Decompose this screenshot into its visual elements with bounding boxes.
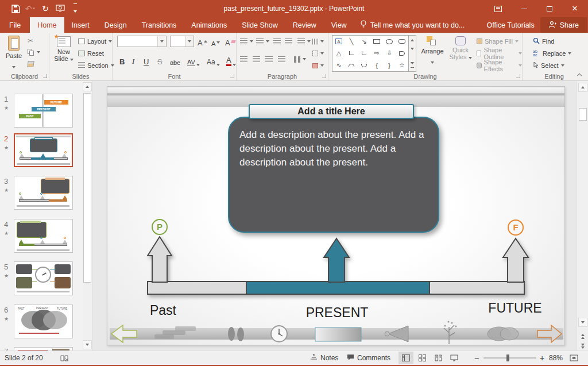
numbering-button[interactable] xyxy=(256,36,269,47)
tab-view[interactable]: View xyxy=(324,17,354,33)
cut-button[interactable]: ✂ xyxy=(28,36,33,46)
slide-thumbnail-1[interactable]: FUTURE PRESENT PAST xyxy=(14,94,73,128)
slide-canvas[interactable]: Add a title Here Add a description about… xyxy=(107,86,565,345)
scroll-up-icon[interactable] xyxy=(578,83,587,92)
clipboard-dialog-launcher[interactable] xyxy=(43,74,47,78)
layout-button[interactable]: Layout xyxy=(78,36,112,47)
textbox-shape-icon: A xyxy=(335,38,342,44)
change-case-button[interactable]: Aa xyxy=(207,53,220,66)
font-color-button[interactable]: A xyxy=(226,53,236,66)
align-text-button[interactable] xyxy=(312,48,324,59)
tab-design[interactable]: Design xyxy=(97,17,134,33)
close-icon[interactable]: × xyxy=(565,0,585,17)
zoom-level[interactable]: 88% xyxy=(549,351,563,365)
find-button[interactable]: Find xyxy=(533,36,554,47)
smartart-button[interactable] xyxy=(312,60,324,71)
slide-thumbnail-5[interactable] xyxy=(14,261,73,295)
tab-transitions[interactable]: Transitions xyxy=(134,17,184,33)
zoom-in-button[interactable]: + xyxy=(540,351,544,365)
new-slide-button[interactable]: ★ New Slide xyxy=(52,34,76,77)
reading-view-icon[interactable] xyxy=(431,352,446,364)
columns-button[interactable] xyxy=(294,54,306,64)
align-center-icon[interactable] xyxy=(253,54,260,64)
justify-icon[interactable] xyxy=(278,54,285,64)
align-right-icon[interactable] xyxy=(265,54,273,64)
zoom-slider[interactable] xyxy=(483,357,536,359)
align-left-icon[interactable] xyxy=(240,54,247,64)
tab-home[interactable]: Home xyxy=(30,17,64,33)
font-size-combo[interactable] xyxy=(170,36,194,47)
share-button[interactable]: Share xyxy=(540,17,587,33)
notes-button[interactable]: Notes xyxy=(310,351,338,365)
bold-button[interactable]: B xyxy=(119,53,125,66)
shapes-gallery[interactable]: A ╲ ↘ △ ⇨ ⇩ ∿ { } ☆ xyxy=(332,35,409,72)
spell-check-icon[interactable] xyxy=(60,351,69,365)
reset-button[interactable]: Reset xyxy=(78,48,104,59)
maximize-icon[interactable] xyxy=(540,0,559,17)
ribbon-display-options-icon[interactable] xyxy=(488,0,508,17)
office-tutorials[interactable]: Office Tutorials xyxy=(481,17,540,33)
shape-outline-button[interactable]: Shape Outline xyxy=(477,48,522,59)
normal-view-icon[interactable] xyxy=(399,352,413,364)
thumbnail-scroll-down-icon[interactable] xyxy=(83,340,92,349)
font-dialog-launcher[interactable] xyxy=(230,74,234,78)
thumbnail-scroll-up-icon[interactable] xyxy=(83,82,92,91)
clear-formatting-button[interactable]: A xyxy=(225,37,235,47)
previous-slide-icon[interactable] xyxy=(578,332,587,341)
shapes-gallery-scroll[interactable] xyxy=(409,35,416,72)
shrink-font-button[interactable]: A xyxy=(211,37,220,47)
slide-thumbnail-3[interactable] xyxy=(14,176,73,210)
thumbnail-scrollbar-thumb[interactable] xyxy=(83,93,91,283)
shape-fill-button[interactable]: Shape Fill xyxy=(477,36,519,47)
copy-button[interactable] xyxy=(28,47,40,57)
slide-indicator[interactable]: Slide 2 of 20 xyxy=(5,351,43,365)
tell-me-box[interactable]: Tell me what you want to do... xyxy=(354,17,471,33)
replace-button[interactable]: abac Replace xyxy=(533,48,571,59)
paste-button[interactable]: Paste xyxy=(3,34,25,77)
italic-button[interactable]: I xyxy=(132,53,134,66)
present-label[interactable]: PRESENT xyxy=(303,305,372,321)
tab-review[interactable]: Review xyxy=(285,17,324,33)
collapse-ribbon-icon[interactable] xyxy=(578,72,582,77)
tab-insert[interactable]: Insert xyxy=(64,17,97,33)
next-slide-icon[interactable] xyxy=(578,341,587,350)
decrease-indent-icon[interactable] xyxy=(273,36,281,47)
underline-button[interactable]: U xyxy=(144,53,149,66)
tab-file[interactable]: File xyxy=(0,17,30,33)
line-spacing-button[interactable] xyxy=(297,36,311,47)
scroll-down-icon[interactable] xyxy=(578,318,587,327)
character-spacing-button[interactable]: AV xyxy=(187,53,200,66)
font-name-combo[interactable] xyxy=(117,36,167,47)
quick-styles-button[interactable]: Quick Styles xyxy=(448,35,473,60)
slide-sorter-view-icon[interactable] xyxy=(415,352,430,364)
tab-slideshow[interactable]: Slide Show xyxy=(234,17,285,33)
slide-thumbnail-2-selected[interactable] xyxy=(14,133,73,167)
grow-font-button[interactable]: A xyxy=(198,37,207,47)
slide-thumbnail-4[interactable] xyxy=(14,219,73,253)
slideshow-view-icon[interactable] xyxy=(447,352,462,364)
comments-button[interactable]: Comments xyxy=(347,351,390,365)
future-label[interactable]: FUTURE xyxy=(486,300,544,316)
slide-thumbnail-6[interactable]: PAST PRESENT FUTURE xyxy=(14,305,73,338)
minimize-icon[interactable] xyxy=(514,0,534,17)
paragraph-dialog-launcher[interactable] xyxy=(322,74,326,78)
zoom-out-button[interactable]: − xyxy=(474,351,479,365)
section-button[interactable]: Section xyxy=(78,60,114,71)
arrange-button[interactable]: Arrange xyxy=(419,35,446,66)
drawing-dialog-launcher[interactable] xyxy=(516,74,520,78)
zoom-slider-thumb[interactable] xyxy=(506,355,509,361)
scrollbar-thumb[interactable] xyxy=(579,108,587,121)
increase-indent-icon[interactable] xyxy=(285,36,292,47)
bullets-button[interactable] xyxy=(240,36,253,47)
slide-title-placeholder[interactable]: Add a title Here xyxy=(249,104,414,119)
text-direction-button[interactable] xyxy=(312,36,324,47)
format-painter-button[interactable] xyxy=(28,59,34,69)
select-button[interactable]: Select xyxy=(533,60,564,71)
strikethrough-button[interactable]: S xyxy=(157,53,163,66)
fit-slide-to-window-icon[interactable] xyxy=(570,351,578,365)
shape-effects-button[interactable]: Shape Effects xyxy=(477,60,522,71)
tab-animations[interactable]: Animations xyxy=(184,17,234,33)
past-label[interactable]: Past xyxy=(143,303,183,318)
slide-description-placeholder[interactable]: Add a description about the present. Add… xyxy=(228,117,439,233)
text-shadow-button[interactable]: abc xyxy=(170,53,180,66)
